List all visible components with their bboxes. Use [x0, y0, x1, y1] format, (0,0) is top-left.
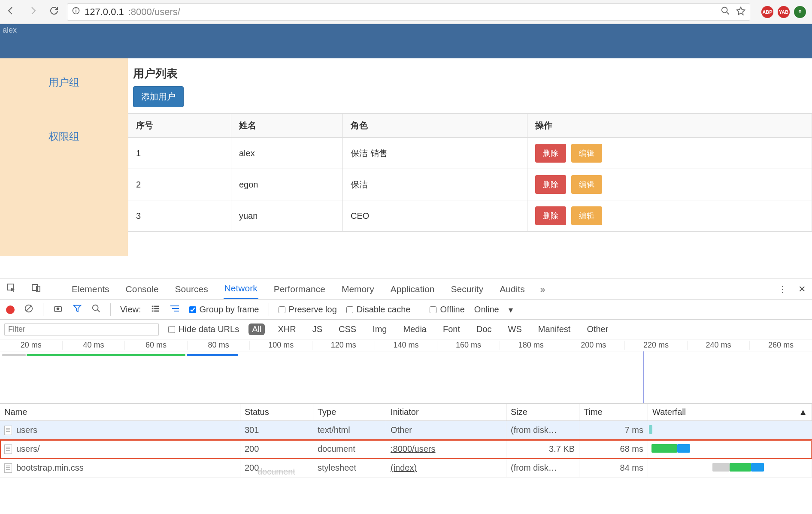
filter-other[interactable]: Other — [583, 324, 612, 335]
col-initiator[interactable]: Initiator — [386, 404, 506, 420]
filter-input[interactable] — [4, 323, 159, 336]
col-time[interactable]: Time — [579, 404, 648, 420]
timeline-tick: 80 ms — [187, 341, 250, 350]
col-size[interactable]: Size — [506, 404, 579, 420]
group-by-frame-checkbox[interactable]: Group by frame — [189, 305, 259, 314]
delete-button[interactable]: 删除 — [535, 206, 566, 225]
back-button[interactable] — [6, 6, 16, 18]
filter-media[interactable]: Media — [400, 324, 430, 335]
col-status[interactable]: Status — [240, 404, 313, 420]
edit-button[interactable]: 编辑 — [571, 144, 602, 163]
filter-all[interactable]: All — [248, 324, 265, 335]
tab-network[interactable]: Network — [224, 279, 258, 299]
filter-doc[interactable]: Doc — [473, 324, 495, 335]
disable-cache-checkbox[interactable]: Disable cache — [346, 305, 411, 314]
network-row[interactable]: users/ 200 document :8000/users 3.7 KB 6… — [0, 440, 812, 459]
table-row: 3 yuan CEO 删除 编辑 — [128, 200, 812, 232]
info-icon[interactable] — [72, 6, 80, 18]
svg-point-14 — [93, 305, 98, 311]
table-row: 1 alex 保洁 销售 删除 编辑 — [128, 138, 812, 169]
throttle-chevron-icon[interactable]: ▾ — [509, 305, 513, 315]
filter-ws[interactable]: WS — [505, 324, 525, 335]
clear-icon[interactable] — [24, 304, 33, 315]
view-frame-icon[interactable] — [170, 304, 180, 315]
timeline-tick: 140 ms — [375, 341, 437, 350]
inspect-icon[interactable] — [6, 283, 16, 295]
req-initiator: :8000/users — [386, 440, 506, 458]
cell-ops: 删除 编辑 — [527, 138, 812, 169]
req-waterfall — [648, 421, 812, 439]
extension-icons: ABP YAB — [761, 6, 806, 18]
ext-upload-icon[interactable] — [794, 6, 806, 18]
view-list-icon[interactable] — [151, 304, 160, 315]
tabs-overflow-icon[interactable]: » — [540, 284, 545, 294]
edit-button[interactable]: 编辑 — [571, 175, 602, 194]
svg-marker-5 — [737, 7, 745, 14]
devtools-tabs: Elements Console Sources Network Perform… — [0, 278, 812, 300]
reload-button[interactable] — [49, 6, 59, 18]
filter-css[interactable]: CSS — [335, 324, 360, 335]
cell-role: CEO — [343, 200, 527, 232]
cell-name: egon — [231, 169, 343, 200]
req-size: (from disk… — [506, 421, 579, 439]
capture-icon[interactable] — [53, 304, 63, 315]
svg-line-10 — [26, 306, 32, 311]
timeline-tick: 220 ms — [624, 341, 687, 350]
svg-rect-20 — [151, 311, 153, 312]
record-button[interactable] — [6, 305, 15, 314]
filter-xhr[interactable]: XHR — [274, 324, 299, 335]
address-bar[interactable]: 127.0.0.1:8000/users/ — [67, 3, 750, 21]
tab-sources[interactable]: Sources — [174, 280, 209, 299]
add-user-button[interactable]: 添加用户 — [133, 86, 184, 107]
ext-abp-icon[interactable]: ABP — [761, 6, 773, 18]
devtools: Elements Console Sources Network Perform… — [0, 278, 812, 514]
initiator-link[interactable]: :8000/users — [391, 444, 436, 454]
col-name[interactable]: Name — [0, 404, 240, 420]
filter-js[interactable]: JS — [309, 324, 326, 335]
req-initiator: (index) — [386, 459, 506, 477]
network-row[interactable]: bootstrap.min.css 200 stylesheet (index)… — [0, 459, 812, 478]
devtools-menu-icon[interactable]: ⋮ — [778, 284, 787, 294]
bookmark-star-icon[interactable] — [736, 6, 745, 18]
browser-toolbar: 127.0.0.1:8000/users/ ABP YAB — [0, 0, 812, 24]
filter-img[interactable]: Img — [369, 324, 390, 335]
tab-audits[interactable]: Audits — [499, 280, 525, 299]
req-time: 7 ms — [579, 421, 648, 439]
preserve-log-checkbox[interactable]: Preserve log — [279, 305, 337, 314]
zoom-search-icon[interactable] — [721, 6, 730, 18]
tab-memory[interactable]: Memory — [341, 280, 375, 299]
delete-button[interactable]: 删除 — [535, 144, 566, 163]
sidebar-item-usergroup[interactable]: 用户组 — [48, 76, 79, 89]
tab-console[interactable]: Console — [125, 280, 160, 299]
filter-manifest[interactable]: Manifest — [535, 324, 574, 335]
cell-idx: 2 — [128, 169, 231, 200]
filter-funnel-icon[interactable] — [73, 304, 82, 315]
network-timeline[interactable]: 20 ms40 ms60 ms80 ms100 ms120 ms140 ms16… — [0, 339, 812, 404]
search-icon[interactable] — [91, 304, 101, 315]
sidebar-item-permgroup[interactable]: 权限组 — [48, 130, 79, 143]
cell-role: 保洁 — [343, 169, 527, 200]
forward-button[interactable] — [27, 6, 38, 18]
devtools-close-icon[interactable]: ✕ — [798, 284, 806, 294]
initiator-link[interactable]: (index) — [391, 463, 417, 473]
col-type[interactable]: Type — [313, 404, 386, 420]
filter-font[interactable]: Font — [439, 324, 464, 335]
header-username: alex — [3, 26, 17, 34]
timeline-tick: 20 ms — [0, 341, 62, 350]
tab-performance[interactable]: Performance — [273, 280, 326, 299]
delete-button[interactable]: 删除 — [535, 175, 566, 194]
throttle-select[interactable]: Online — [474, 305, 499, 314]
tab-security[interactable]: Security — [450, 280, 484, 299]
tab-application[interactable]: Application — [390, 280, 436, 299]
ext-yab-icon[interactable]: YAB — [778, 6, 790, 18]
col-name: 姓名 — [231, 114, 343, 138]
device-icon[interactable] — [31, 283, 41, 295]
network-row[interactable]: users 301 text/html Other (from disk… 7 … — [0, 421, 812, 440]
hide-data-urls-checkbox[interactable]: Hide data URLs — [168, 324, 239, 334]
tab-elements[interactable]: Elements — [71, 280, 110, 299]
timeline-tick: 180 ms — [500, 341, 562, 350]
col-role: 角色 — [343, 114, 527, 138]
offline-checkbox[interactable]: Offline — [430, 305, 464, 314]
edit-button[interactable]: 编辑 — [571, 206, 602, 225]
col-waterfall[interactable]: Waterfall▲ — [648, 404, 812, 420]
